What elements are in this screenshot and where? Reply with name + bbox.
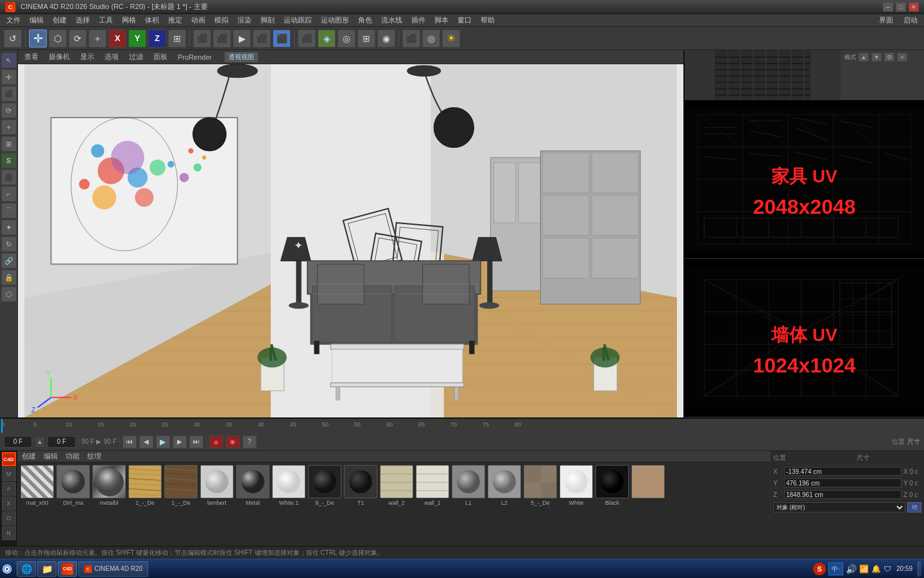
anim-btn4[interactable]: ⬛ (253, 30, 271, 48)
menu-mesh[interactable]: 网格 (118, 15, 140, 26)
menu-simulate[interactable]: 模拟 (210, 15, 232, 26)
rotate-tool[interactable]: ⬡ (49, 30, 67, 48)
mat-side-btn5[interactable]: N (2, 526, 16, 540)
mat-side-btn2[interactable]: A (2, 482, 16, 496)
tool-corner[interactable]: ⌐ (1, 186, 17, 202)
menu-volume[interactable]: 体积 (141, 15, 163, 26)
scale-tool[interactable]: ⟳ (69, 30, 87, 48)
props-zoom-btn[interactable]: 绝 (907, 502, 921, 512)
close-button[interactable]: ✕ (909, 3, 919, 12)
view-mode5[interactable]: ◉ (377, 30, 395, 48)
axis-z[interactable]: Z (148, 30, 166, 48)
view-mode2[interactable]: ◈ (318, 30, 336, 48)
mat-item-15[interactable]: White (560, 465, 593, 506)
vp-menu-options[interactable]: 选项 (102, 51, 121, 62)
tray-sougou[interactable]: S (813, 563, 826, 575)
menu-animate[interactable]: 动画 (187, 15, 209, 26)
menu-sculpt[interactable]: 脚刻 (257, 15, 278, 26)
menu-motion-graph[interactable]: 运动图形 (317, 15, 353, 26)
mat-item-14[interactable]: 5_-_De (524, 465, 557, 506)
mat-item-11[interactable]: wall_1 (416, 465, 449, 506)
btn-play[interactable]: ▶ (156, 435, 170, 448)
frame-input[interactable] (4, 436, 32, 448)
anim-btn3[interactable]: ▶ (233, 30, 251, 48)
tray-input[interactable]: 中· (828, 563, 843, 575)
mat-item-13[interactable]: L2 (488, 465, 521, 506)
minimize-button[interactable]: ─ (883, 3, 893, 12)
btn-help[interactable]: ? (243, 435, 257, 448)
menu-create[interactable]: 创建 (49, 15, 71, 26)
tray-security[interactable]: 🛡 (884, 565, 891, 574)
tool-link[interactable]: 🔗 (1, 253, 17, 268)
mat-side-btn3[interactable]: X (2, 496, 16, 511)
btn-next-frame[interactable]: ▶ (173, 435, 187, 448)
maximize-button[interactable]: □ (896, 3, 906, 12)
btn-go-end[interactable]: ⏭ (189, 435, 203, 448)
anim-btn1[interactable]: ⬛ (193, 30, 211, 48)
vp-menu-filter[interactable]: 过滤 (126, 51, 146, 62)
mat-item-9[interactable]: T1 (344, 465, 377, 506)
mat-menu-texture[interactable]: 纹理 (87, 451, 101, 461)
mat-item-0[interactable]: mat_x00 (21, 465, 54, 506)
mat-item-16[interactable]: Black (595, 465, 629, 506)
tool-box[interactable]: ⬛ (1, 170, 17, 185)
mat-side-btn4[interactable]: O (2, 511, 16, 525)
tool-pin[interactable]: ✦ (1, 220, 17, 235)
menu-interface[interactable]: 界面 (875, 15, 897, 26)
menu-motion-track[interactable]: 运动跟踪 (280, 15, 316, 26)
anim-btn5[interactable]: ⬛ (273, 30, 291, 48)
tool-add[interactable]: + (1, 119, 17, 135)
mat-item-7[interactable]: White.1 (272, 465, 305, 506)
light-btn[interactable]: ☀ (442, 30, 460, 48)
mat-item-3[interactable]: 1_-_De (128, 465, 162, 506)
props-obj-select[interactable]: 对象 (相对) (773, 502, 905, 512)
move-tool[interactable]: ✛ (29, 30, 47, 48)
btn-prev-frame[interactable]: ◀ (139, 435, 153, 448)
menu-start[interactable]: 启动 (900, 15, 921, 26)
timeline-track[interactable]: 0 5 10 15 20 25 30 35 40 45 50 55 60 65 … (0, 419, 924, 433)
menu-tools[interactable]: 工具 (95, 15, 117, 26)
tray-volume[interactable]: 🔊 (846, 564, 857, 574)
tool-checker[interactable]: ⊞ (1, 136, 17, 152)
tool-cycle[interactable]: ↻ (1, 236, 17, 252)
mat-menu-function[interactable]: 功能 (65, 451, 80, 461)
mat-item-17[interactable] (631, 465, 665, 500)
right-btn-1[interactable]: ▲ (859, 53, 869, 62)
tool-scale[interactable]: ⬛ (1, 86, 17, 101)
menu-file[interactable]: 文件 (3, 15, 24, 26)
render-mode1[interactable]: ⬛ (402, 30, 420, 48)
props-x-input[interactable] (784, 467, 902, 476)
frame-up[interactable]: ▲ (35, 436, 45, 448)
tray-notifications[interactable]: 🔔 (871, 565, 881, 574)
taskbar-browser[interactable]: 🌐 (17, 561, 36, 577)
menu-character[interactable]: 角色 (354, 15, 376, 26)
view-mode4[interactable]: ⊞ (357, 30, 375, 48)
tool-select[interactable]: ↖ (1, 53, 17, 68)
mat-item-1[interactable]: Dirt_ma (56, 465, 90, 506)
mat-item-12[interactable]: L1 (452, 465, 485, 506)
menu-window[interactable]: 窗口 (454, 15, 475, 26)
props-y-input[interactable] (784, 478, 902, 487)
tool-arc[interactable]: ⌒ (1, 203, 17, 218)
vp-menu-display[interactable]: 显示 (78, 51, 97, 62)
props-z-input[interactable] (784, 490, 902, 499)
menu-pipeline[interactable]: 流水线 (377, 15, 406, 26)
axis-x[interactable]: X (108, 30, 126, 48)
view-mode-label[interactable]: 透视视图 (225, 52, 258, 62)
tool-hex[interactable]: ⬡ (1, 286, 17, 302)
tray-network[interactable]: 📶 (859, 565, 869, 574)
tool-s[interactable]: S (1, 153, 17, 168)
mat-item-10[interactable]: wall_2 (380, 465, 413, 506)
tool-lock[interactable]: 🔒 (1, 270, 17, 285)
transform-tool[interactable]: + (89, 30, 107, 48)
taskbar-folder[interactable]: 📁 (37, 561, 56, 577)
mat-item-2[interactable]: metalbl (92, 465, 126, 506)
mat-item-6[interactable]: Metal (236, 465, 270, 506)
tool-rotate[interactable]: ⟳ (1, 103, 17, 118)
anim-btn2[interactable]: ⬛ (213, 30, 231, 48)
show-desktop[interactable] (918, 561, 921, 577)
menu-select[interactable]: 选择 (72, 15, 94, 26)
btn-go-start[interactable]: ⏮ (123, 435, 137, 448)
mat-item-8[interactable]: 9_-_De (308, 465, 341, 506)
render-mode2[interactable]: ◎ (422, 30, 440, 48)
